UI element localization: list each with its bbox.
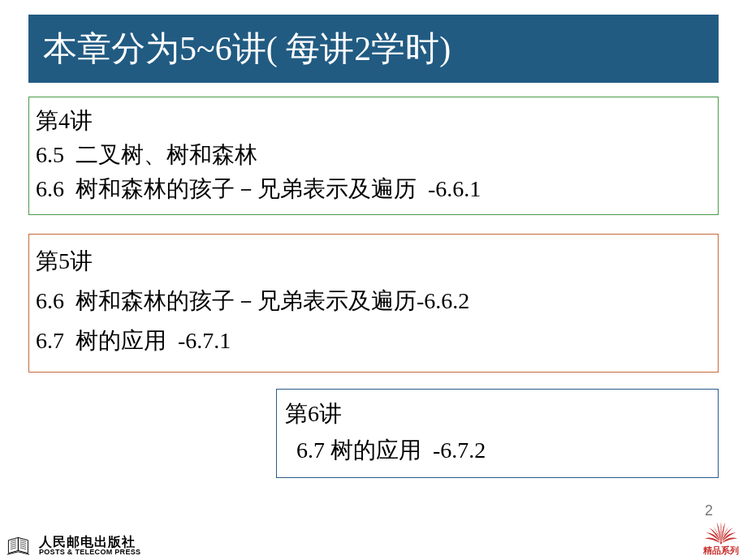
flower-icon xyxy=(703,517,739,546)
lecture-6-box: 第6讲 6.7 树的应用 -6.7.2 xyxy=(276,389,719,478)
lecture-4-item-2: 6.6 树和森林的孩子－兄弟表示及遍历 -6.6.1 xyxy=(36,172,711,206)
publisher-name-en: POSTS & TELECOM PRESS xyxy=(39,549,140,557)
lecture-5-item-2: 6.7 树的应用 -6.7.1 xyxy=(36,321,711,360)
lecture-6-item-1: 6.7 树的应用 -6.7.2 xyxy=(285,433,710,469)
lecture-4-box: 第4讲 6.5 二叉树、树和森林 6.6 树和森林的孩子－兄弟表示及遍历 -6.… xyxy=(28,97,719,215)
publisher-text: 人民邮电出版社 POSTS & TELECOM PRESS xyxy=(39,535,140,557)
lecture-6-heading: 第6讲 xyxy=(285,396,710,433)
lecture-4-heading: 第4讲 xyxy=(36,104,711,138)
slide-title: 本章分为5~6讲( 每讲2学时) xyxy=(43,26,451,71)
lecture-5-item-1: 6.6 树和森林的孩子－兄弟表示及遍历-6.6.2 xyxy=(36,281,711,321)
lecture-5-heading: 第5讲 xyxy=(36,241,711,281)
lecture-5-box: 第5讲 6.6 树和森林的孩子－兄弟表示及遍历-6.6.2 6.7 树的应用 -… xyxy=(28,234,719,373)
title-bar: 本章分为5~6讲( 每讲2学时) xyxy=(28,15,719,83)
lecture-4-item-1: 6.5 二叉树、树和森林 xyxy=(36,138,711,172)
book-icon xyxy=(6,534,32,557)
publisher-name-cn: 人民邮电出版社 xyxy=(39,535,140,549)
publisher-logo-area: 人民邮电出版社 POSTS & TELECOM PRESS xyxy=(0,531,149,560)
series-label: 精品系列 xyxy=(703,545,739,557)
series-logo-area: 精品系列 xyxy=(703,517,739,557)
